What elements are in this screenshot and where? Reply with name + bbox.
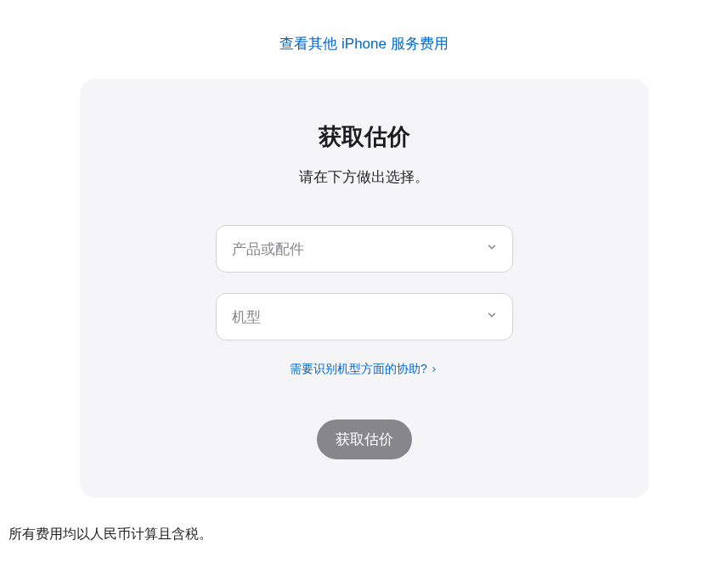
estimate-card: 获取估价 请在下方做出选择。 产品或配件 机型 需要识别机型方面的协助? 获取估… xyxy=(80,79,649,498)
other-services-link[interactable]: 查看其他 iPhone 服务费用 xyxy=(0,0,728,79)
chevron-right-icon xyxy=(430,363,438,376)
product-select[interactable]: 产品或配件 xyxy=(216,225,513,273)
help-link-text: 需要识别机型方面的协助? xyxy=(290,362,427,377)
model-select[interactable]: 机型 xyxy=(216,293,513,341)
card-subtitle: 请在下方做出选择。 xyxy=(122,167,607,187)
model-select-wrapper: 机型 xyxy=(216,293,513,341)
get-estimate-button[interactable]: 获取估价 xyxy=(317,419,412,459)
product-select-wrapper: 产品或配件 xyxy=(216,225,513,273)
footer-note-currency: 所有费用均以人民币计算且含税。 xyxy=(8,523,720,545)
identify-model-help-link[interactable]: 需要识别机型方面的协助? xyxy=(290,362,438,377)
card-title: 获取估价 xyxy=(122,121,607,152)
footer-note-price-change: 截至 2023 年 2 月底, 保外电池服务的费用都将按照当前的价格收取。从 2… xyxy=(8,560,720,563)
